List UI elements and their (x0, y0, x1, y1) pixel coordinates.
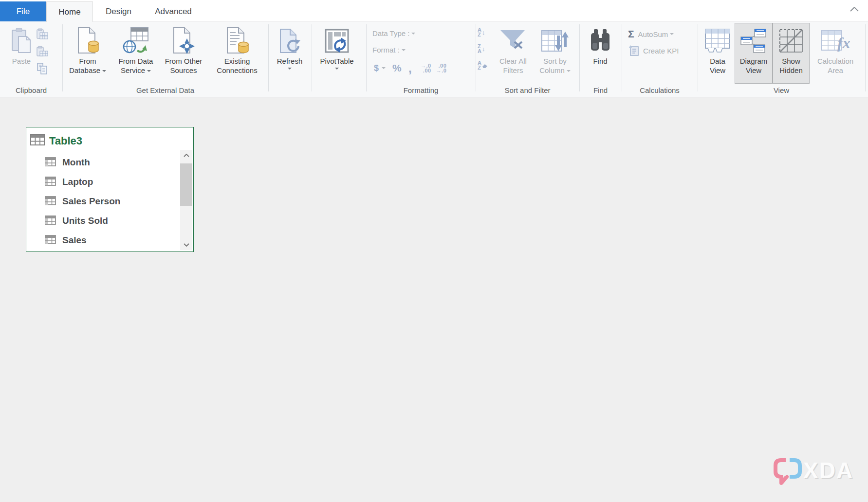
field-row-laptop[interactable]: Laptop (45, 172, 120, 192)
table-card-header[interactable]: Table3 (30, 134, 82, 147)
autosum-label: AutoSum (638, 30, 668, 38)
group-separator (312, 24, 312, 91)
from-database-icon (76, 25, 99, 56)
data-type-label: Data Type : (372, 29, 409, 37)
from-data-service-icon (123, 25, 149, 56)
group-separator (476, 24, 476, 91)
find-button[interactable]: Find (582, 25, 618, 66)
field-name: Sales (62, 235, 87, 246)
field-row-sales-person[interactable]: Sales Person (45, 192, 120, 211)
clear-all-filters-button: Clear All Filters (494, 25, 533, 75)
group-label-sort-and-filter: Sort and Filter (476, 86, 579, 94)
from-other-sources-button[interactable]: From Other Sources (159, 25, 208, 75)
table-card[interactable]: Table3 Month Laptop Sales Person Units (26, 127, 194, 252)
from-database-button[interactable]: From Database (65, 25, 110, 75)
existing-connections-icon (225, 25, 249, 56)
field-row-month[interactable]: Month (45, 153, 120, 172)
field-name: Units Sold (62, 215, 108, 226)
group-label-view: View (698, 86, 865, 94)
field-icon (45, 235, 56, 246)
tab-home[interactable]: Home (46, 1, 93, 22)
xda-logo: XDA XDA (770, 456, 854, 487)
show-hidden-icon (778, 25, 804, 56)
existing-connections-label: Existing Connections (209, 56, 265, 75)
refresh-label: Refresh (277, 56, 303, 66)
existing-connections-button[interactable]: Existing Connections (209, 25, 265, 75)
dropdown-arrow-icon (288, 68, 292, 70)
field-icon (45, 196, 56, 207)
group-label-get-external-data: Get External Data (62, 86, 268, 94)
dropdown-arrow-icon (411, 33, 415, 35)
dropdown-arrow-icon (102, 70, 106, 72)
copy-icon (36, 62, 49, 75)
sort-by-column-button: Sort by Column (535, 25, 575, 75)
refresh-button[interactable]: Refresh (271, 25, 308, 70)
field-icon (45, 215, 56, 227)
paste-button: Paste (6, 25, 37, 66)
from-other-sources-icon (172, 25, 195, 56)
group-label-find: Find (579, 86, 622, 94)
dropdown-arrow-icon (335, 68, 339, 70)
ribbon: Paste (0, 21, 868, 97)
dropdown-arrow-icon (147, 70, 151, 72)
data-view-label: Data View (701, 56, 734, 75)
sort-az-icon: AZ ↓ (478, 27, 485, 37)
group-separator (268, 24, 269, 91)
diagram-canvas[interactable]: Table3 Month Laptop Sales Person Units (0, 97, 868, 502)
tab-design[interactable]: Design (95, 1, 142, 21)
group-label-formatting: Formatting (366, 86, 476, 94)
dropdown-arrow-icon (670, 33, 674, 35)
dropdown-arrow-icon (382, 67, 386, 69)
from-other-sources-label: From Other Sources (159, 56, 208, 75)
group-separator (865, 24, 866, 91)
group-separator (622, 24, 622, 91)
group-separator (62, 24, 63, 91)
pivottable-icon (325, 25, 349, 56)
collapse-ribbon-icon[interactable] (849, 5, 860, 13)
field-name: Month (62, 157, 90, 168)
paste-icon (11, 25, 32, 56)
create-kpi-icon (628, 45, 640, 56)
show-hidden-button[interactable]: Show Hidden (774, 25, 809, 75)
table-name: Table3 (49, 135, 82, 147)
table-card-scrollbar[interactable] (180, 150, 192, 250)
field-name: Sales Person (62, 196, 120, 207)
diagram-view-button[interactable]: Diagram View (736, 25, 772, 75)
data-view-button[interactable]: Data View (701, 25, 734, 75)
create-kpi-label: Create KPI (643, 47, 679, 55)
group-label-clipboard: Clipboard (0, 86, 62, 94)
field-row-sales[interactable]: Sales (45, 231, 120, 250)
from-database-label: From Database (69, 57, 100, 74)
find-icon (589, 25, 612, 56)
clear-sort-icon: AZ (478, 60, 488, 70)
table-icon (30, 134, 45, 147)
dropdown-arrow-icon (567, 70, 571, 72)
increase-decimal-icon: →.0.00 (421, 63, 431, 73)
pivottable-button[interactable]: PivotTable (314, 25, 359, 70)
group-separator (698, 24, 698, 91)
show-hidden-label: Show Hidden (774, 56, 809, 75)
group-label-calculations: Calculations (622, 86, 698, 94)
scrollbar-up-icon[interactable] (180, 150, 192, 161)
decrease-decimal-icon: .00→.0 (436, 63, 447, 73)
percent-icon: % (392, 62, 402, 74)
tab-advanced[interactable]: Advanced (146, 1, 201, 21)
from-data-service-button[interactable]: From Data Service (111, 25, 160, 75)
paste-replace-icon (36, 45, 49, 58)
dropdown-arrow-icon (402, 49, 406, 51)
currency-icon: $ (374, 63, 379, 73)
autosum-button: Σ AutoSum (628, 28, 674, 40)
clear-all-filters-label: Clear All Filters (494, 56, 533, 75)
paste-label: Paste (12, 57, 31, 65)
autosum-sigma-icon: Σ (628, 28, 634, 40)
ribbon-tab-strip: File Home Design Advanced (0, 0, 868, 21)
powerpivot-window: File Home Design Advanced (0, 0, 868, 502)
data-type-dropdown: Data Type : (372, 29, 415, 37)
field-row-units-sold[interactable]: Units Sold (45, 211, 120, 231)
scrollbar-down-icon[interactable] (180, 239, 192, 250)
scrollbar-thumb[interactable] (180, 163, 192, 206)
group-separator (579, 24, 580, 91)
svg-text:fx: fx (837, 34, 850, 52)
tab-file[interactable]: File (0, 1, 46, 21)
xda-logo-text: XDA (803, 458, 853, 483)
